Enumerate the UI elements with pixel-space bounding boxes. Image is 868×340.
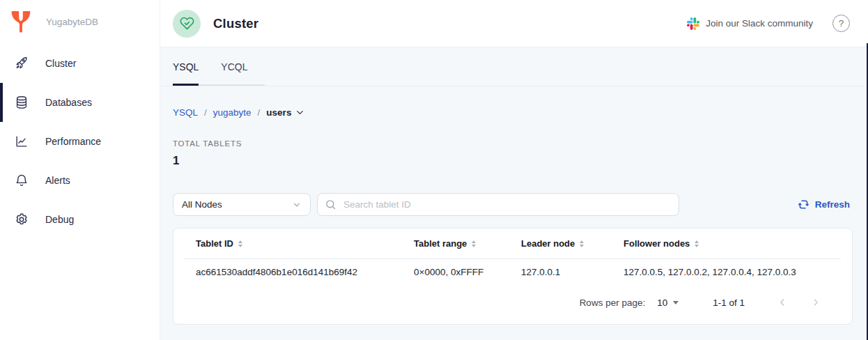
database-icon <box>14 95 29 110</box>
rows-per-page-value: 10 <box>657 298 667 308</box>
table-cell: 127.0.0.5, 127.0.0.2, 127.0.0.4, 127.0.0… <box>623 267 841 277</box>
tab-ycql[interactable]: YCQL <box>221 47 247 86</box>
nodes-filter-value: All Nodes <box>182 199 222 210</box>
sidebar-nav: ClusterDatabasesPerformanceAlertsDebug <box>0 44 160 239</box>
chevron-right-icon <box>810 297 821 308</box>
rocket-icon <box>14 56 29 71</box>
column-header-label: Tablet ID <box>196 238 233 249</box>
column-header-label: Follower nodes <box>623 238 690 249</box>
search-tablet-input[interactable] <box>342 199 672 210</box>
sidebar-item-performance[interactable]: Performance <box>0 122 160 161</box>
prev-page-button[interactable] <box>774 294 791 311</box>
total-tablets-value: 1 <box>173 154 853 168</box>
help-button[interactable]: ? <box>832 15 850 32</box>
sort-icon <box>580 240 584 247</box>
topbar: Cluster Join our Slack community ? <box>160 0 868 47</box>
sidebar-item-label: Databases <box>45 97 92 108</box>
breadcrumb-item-ysql[interactable]: YSQL <box>173 107 198 118</box>
cluster-health-badge <box>173 10 201 38</box>
yugabytedb-logo-icon <box>7 8 35 36</box>
brand-logo-link[interactable]: YugabyteDB <box>0 0 160 38</box>
breadcrumb-item-users[interactable]: users <box>266 107 305 118</box>
sidebar: YugabyteDB ClusterDatabasesPerformanceAl… <box>0 0 160 340</box>
tab-ysql[interactable]: YSQL <box>173 47 199 86</box>
pagination: Rows per page: 10 1-1 of 1 <box>173 286 852 318</box>
chevron-down-icon <box>295 107 305 118</box>
nodes-filter-select[interactable]: All Nodes <box>173 193 311 216</box>
sidebar-item-alerts[interactable]: Alerts <box>0 161 160 200</box>
search-tablet-box <box>317 193 679 216</box>
breadcrumb-separator: / <box>204 107 207 118</box>
rows-per-page-label: Rows per page: <box>580 298 646 308</box>
chevron-down-icon <box>292 200 302 210</box>
brand-name: YugabyteDB <box>46 17 98 27</box>
total-tablets-label: TOTAL TABLETS <box>173 139 853 148</box>
caret-down-icon <box>673 301 679 304</box>
slack-community-link[interactable]: Join our Slack community <box>687 17 813 30</box>
column-header-label: Tablet range <box>414 238 467 249</box>
sort-icon <box>695 240 699 247</box>
breadcrumb-item-label: yugabyte <box>213 107 251 118</box>
column-header-follower-nodes[interactable]: Follower nodes <box>623 238 841 249</box>
content-area: YSQL/yugabyte/users TOTAL TABLETS 1 All … <box>160 86 868 340</box>
column-header-label: Leader node <box>521 238 575 249</box>
filter-row: All Nodes Refresh <box>173 193 853 216</box>
bell-icon <box>14 173 29 188</box>
chart-line-icon <box>14 134 29 149</box>
sort-icon <box>238 240 242 247</box>
slack-icon <box>687 17 699 30</box>
page-title: Cluster <box>213 16 258 31</box>
heart-check-icon <box>180 16 194 31</box>
table-row[interactable]: ac661530addf4806b1e016d141b69f420×0000, … <box>173 259 852 285</box>
refresh-label: Refresh <box>815 199 850 210</box>
question-mark-icon: ? <box>839 18 844 29</box>
rows-per-page-select[interactable]: 10 <box>657 298 679 308</box>
pagination-range: 1-1 of 1 <box>713 298 745 308</box>
table-cell: ac661530addf4806b1e016d141b69f42 <box>196 267 414 277</box>
slack-link-label: Join our Slack community <box>706 18 813 29</box>
refresh-icon <box>798 199 809 210</box>
refresh-button[interactable]: Refresh <box>795 199 853 210</box>
total-tablets-summary: TOTAL TABLETS 1 <box>173 139 853 168</box>
tab-strip: YSQLYCQL <box>160 47 868 86</box>
breadcrumb-item-yugabyte[interactable]: yugabyte <box>213 107 251 118</box>
breadcrumb-separator: / <box>258 107 261 118</box>
sidebar-item-label: Alerts <box>45 175 70 186</box>
sidebar-item-debug[interactable]: Debug <box>0 200 160 239</box>
table-body: ac661530addf4806b1e016d141b69f420×0000, … <box>173 259 852 285</box>
sidebar-item-label: Debug <box>45 214 74 225</box>
chevron-left-icon <box>777 297 788 308</box>
table-cell: 127.0.0.1 <box>521 267 623 277</box>
search-icon <box>325 199 336 210</box>
main-panel: Cluster Join our Slack community ? YSQLY… <box>160 0 868 340</box>
table-cell: 0×0000, 0xFFFF <box>414 267 521 277</box>
column-header-tablet-range[interactable]: Tablet range <box>414 238 521 249</box>
column-header-leader-node[interactable]: Leader node <box>521 238 623 249</box>
sidebar-item-label: Cluster <box>45 58 76 69</box>
sidebar-item-label: Performance <box>45 136 101 147</box>
tabs: YSQLYCQL <box>173 47 247 86</box>
sort-icon <box>472 240 476 247</box>
table-header-row: Tablet IDTablet rangeLeader nodeFollower… <box>173 229 852 258</box>
gear-icon <box>14 212 29 227</box>
breadcrumb-item-label: YSQL <box>173 107 198 118</box>
tablets-table-card: Tablet IDTablet rangeLeader nodeFollower… <box>173 228 853 325</box>
sidebar-item-cluster[interactable]: Cluster <box>0 44 160 83</box>
breadcrumb-item-label: users <box>266 107 291 118</box>
sidebar-item-databases[interactable]: Databases <box>0 83 160 122</box>
column-header-tablet-id[interactable]: Tablet ID <box>196 238 414 249</box>
breadcrumb: YSQL/yugabyte/users <box>173 107 853 118</box>
next-page-button[interactable] <box>807 294 824 311</box>
